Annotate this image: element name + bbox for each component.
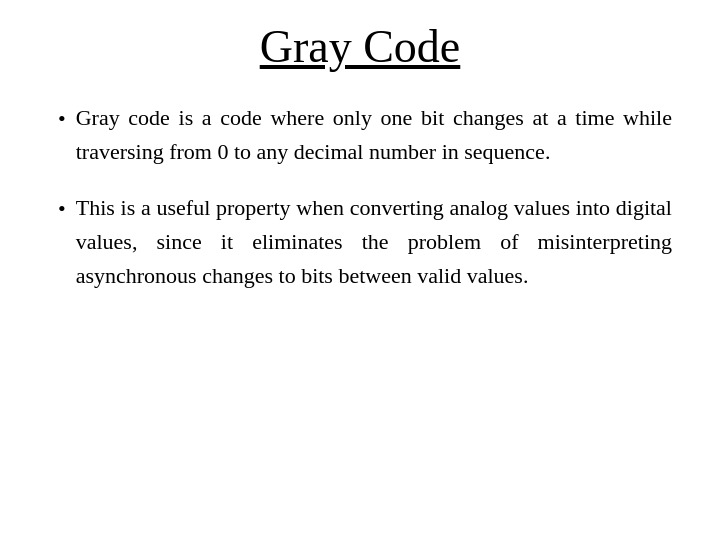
page-title: Gray Code <box>260 20 461 73</box>
list-item: • This is a useful property when convert… <box>58 191 672 293</box>
bullet-text-1: Gray code is a code where only one bit c… <box>76 101 672 169</box>
title-section: Gray Code <box>48 20 672 73</box>
bullet-symbol-2: • <box>58 192 66 226</box>
list-item: • Gray code is a code where only one bit… <box>58 101 672 169</box>
content-section: • Gray code is a code where only one bit… <box>48 101 672 315</box>
bullet-symbol-1: • <box>58 102 66 136</box>
bullet-list: • Gray code is a code where only one bit… <box>58 101 672 293</box>
page-container: Gray Code • Gray code is a code where on… <box>0 0 720 540</box>
bullet-text-2: This is a useful property when convertin… <box>76 191 672 293</box>
